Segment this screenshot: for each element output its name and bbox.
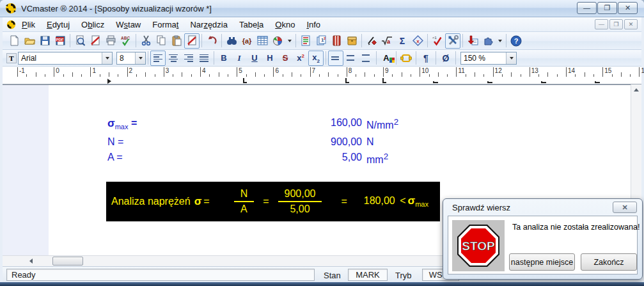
- strikethrough-icon: S: [283, 53, 288, 63]
- value-n[interactable]: 900,00: [240, 136, 362, 148]
- check-line-button[interactable]: <1: [430, 33, 445, 49]
- ruler-number: 6: [275, 67, 279, 74]
- line-spacing-double-button[interactable]: [359, 51, 374, 66]
- line-spacing-15-button[interactable]: [343, 51, 359, 66]
- sum-button[interactable]: Σ: [395, 33, 410, 49]
- ruler-minor-tick: [365, 72, 365, 77]
- menu-plik[interactable]: Plik: [16, 19, 41, 31]
- spellcheck-icon: ABC: [120, 35, 132, 46]
- font-color-button[interactable]: A: [379, 51, 394, 66]
- menu-edytuj[interactable]: Edytuj: [41, 19, 75, 31]
- page-numbering-button[interactable]: 1 2: [313, 33, 329, 49]
- finish-button[interactable]: Zakończ: [581, 253, 637, 271]
- redline-view-button[interactable]: [88, 33, 103, 49]
- import-arrow-icon: [467, 35, 478, 46]
- close-button[interactable]: ✕: [618, 2, 638, 14]
- check-line-dialog[interactable]: Sprawdź wiersz ✕ STOP Ta analiza nie zos…: [443, 198, 643, 280]
- redline-toggle-button[interactable]: [184, 33, 200, 49]
- indent-marker-icon[interactable]: [107, 79, 111, 84]
- horizontal-scroll-thumb[interactable]: [52, 257, 83, 266]
- align-justify-button[interactable]: [196, 51, 212, 66]
- cut-button[interactable]: [138, 33, 153, 49]
- table-button[interactable]: [255, 33, 270, 49]
- mdi-close-button[interactable]: ✕: [624, 19, 638, 29]
- save-button[interactable]: [37, 33, 52, 49]
- strikethrough-button[interactable]: S: [278, 51, 293, 66]
- analysis-highlight-box[interactable]: Analiza naprężeń σ= N A = 900,00 5,00 = …: [106, 182, 440, 221]
- formula-line-n[interactable]: N =: [107, 136, 123, 148]
- menu-format[interactable]: Format: [146, 19, 184, 31]
- variable-button[interactable]: {a}: [239, 33, 255, 49]
- menu-info[interactable]: Info: [301, 19, 326, 31]
- formula-line-a[interactable]: A =: [107, 152, 123, 163]
- mdi-restore-button[interactable]: ❐: [609, 19, 623, 29]
- superscript-button[interactable]: x2: [293, 51, 308, 66]
- ruler-minor-tick: [402, 72, 402, 77]
- paste-button[interactable]: [169, 33, 184, 49]
- find-button[interactable]: [224, 33, 239, 49]
- underline-button[interactable]: U: [247, 51, 262, 66]
- mdi-minimize-button[interactable]: —: [595, 19, 608, 29]
- new-document-button[interactable]: [6, 33, 22, 49]
- value-a[interactable]: 5,00: [240, 152, 362, 163]
- align-center-button[interactable]: [166, 51, 181, 66]
- font-size-dropdown-button[interactable]: [135, 52, 145, 64]
- align-right-button[interactable]: [181, 51, 196, 66]
- font-size-combobox[interactable]: 8: [116, 52, 146, 65]
- copy-button[interactable]: [153, 33, 169, 49]
- ruler-minor-tick: [109, 72, 109, 77]
- empty-set-button[interactable]: Ø: [438, 51, 453, 66]
- italic-button[interactable]: I: [232, 51, 247, 66]
- plugins-dropdown-button[interactable]: [496, 33, 504, 49]
- help-button[interactable]: ?: [508, 33, 524, 49]
- undo-button[interactable]: [204, 33, 219, 49]
- structure-view-button[interactable]: [298, 33, 313, 49]
- tab-stop-icon[interactable]: [345, 78, 349, 83]
- line-spacing-single-button[interactable]: [328, 51, 343, 66]
- next-place-button[interactable]: następne miejsce: [509, 253, 575, 271]
- tools-button[interactable]: [445, 33, 460, 49]
- print-button[interactable]: [103, 33, 118, 49]
- zoom-combobox[interactable]: 150 %: [460, 52, 517, 65]
- tab-stop-icon[interactable]: [382, 78, 386, 83]
- pdf-export-button[interactable]: PDF: [52, 33, 68, 49]
- sqrt-variable-button[interactable]: a: [379, 33, 395, 49]
- mark-formula-button[interactable]: [364, 33, 379, 49]
- restore-button[interactable]: ❐: [597, 2, 617, 14]
- open-button[interactable]: [22, 33, 37, 49]
- menu-tabela[interactable]: Tabela: [233, 19, 269, 31]
- font-dropdown-button[interactable]: [102, 52, 112, 64]
- archive-button[interactable]: [344, 33, 359, 49]
- menu-okno[interactable]: Okno: [269, 19, 301, 31]
- binder-button[interactable]: [329, 33, 344, 49]
- paragraph-marks-button[interactable]: ¶: [418, 51, 434, 66]
- dialog-close-button[interactable]: ✕: [613, 202, 637, 213]
- font-combobox[interactable]: Arial: [18, 52, 113, 65]
- highlight-button[interactable]: H: [262, 51, 278, 66]
- chart-button[interactable]: [270, 33, 285, 49]
- plugins-button[interactable]: [480, 33, 496, 49]
- zoom-dropdown-button[interactable]: [506, 52, 516, 64]
- menu-narzedzia[interactable]: Narzędzia: [184, 19, 233, 31]
- menu-oblicz[interactable]: Oblicz: [75, 19, 110, 31]
- formula-check-button[interactable]: x: [410, 33, 425, 49]
- spellcheck-button[interactable]: ABC: [118, 33, 134, 49]
- textframe-button[interactable]: [398, 51, 414, 66]
- toolbar-separator: [295, 34, 296, 47]
- svg-text:PDF: PDF: [56, 38, 63, 42]
- bold-button[interactable]: B: [216, 51, 232, 66]
- scroll-left-button[interactable]: [26, 256, 36, 266]
- minimize-button[interactable]: —: [577, 2, 597, 14]
- sigma-icon: Σ: [400, 36, 405, 46]
- import-button[interactable]: [465, 33, 480, 49]
- subscript-button[interactable]: x2: [308, 51, 324, 66]
- chart-dropdown-button[interactable]: [285, 33, 294, 49]
- print-preview-button[interactable]: [72, 33, 88, 49]
- ruler[interactable]: -1012345678910111213141516: [3, 67, 641, 84]
- value-sigma-max[interactable]: 160,00: [240, 117, 362, 129]
- scroll-up-button[interactable]: [631, 84, 641, 95]
- tab-stop-icon[interactable]: [243, 78, 247, 83]
- align-left-button[interactable]: [150, 51, 166, 66]
- menu-wstaw[interactable]: Wstaw: [110, 19, 146, 31]
- formula-line-sigma-max[interactable]: σmax =: [107, 117, 137, 131]
